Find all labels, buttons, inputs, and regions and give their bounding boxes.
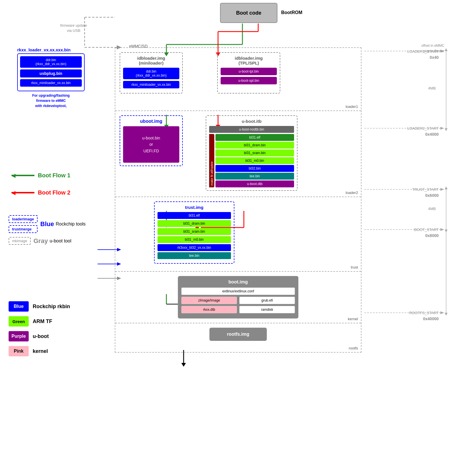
4mb-label-1: 4MB: [428, 86, 436, 90]
blue-desc: Rockchip tools: [56, 222, 85, 227]
legend-blue-box: Blue: [9, 301, 29, 312]
4mb-label-2: 4MB: [428, 207, 436, 211]
legend-purple-row: Purple u-boot: [9, 331, 70, 341]
tools-gray-row: mkimage Gray u-boot tool: [9, 237, 109, 245]
svg-marker-38: [445, 186, 448, 189]
legend-pink-row: Pink kernel: [9, 346, 70, 356]
rootfs-section: rootfs rootfs.img: [115, 323, 361, 352]
trust-bl31-dram: bl31_dram.bin: [158, 220, 231, 227]
itb-bl31-sram: bl31_sram.bin: [215, 149, 294, 156]
legend-purple-box: Purple: [9, 331, 29, 341]
rootfs-img-title: rootfs.img: [215, 332, 261, 337]
idb-miniloader-title: idbloader.img(miniloader): [123, 56, 179, 65]
firmware-update-label: firmware update via USB: [60, 23, 87, 33]
trust-bl32: rk3xxx_bl32_vx.xx.bin: [158, 244, 231, 251]
loader2-inner: uboot.img u-boot.bin or UEFI.FD u-boot.i…: [120, 115, 357, 191]
loader2-start-label: LOADER2_START: [407, 126, 439, 131]
trust-tee: tee.bin: [158, 252, 231, 259]
offset-0x8000: 0x8000: [425, 233, 439, 238]
loader1-section: loader1 idbloader.img(miniloader) ddr.bi…: [115, 48, 361, 111]
gray-tools-label-group: Gray u-boot tool: [34, 237, 71, 245]
bootrom-label: BootROM: [281, 10, 302, 15]
trust-start-label: TRUST_START: [412, 187, 439, 192]
trust-label: trust: [351, 265, 358, 269]
uboot-nodtb: u-boot-nodtb.bin: [209, 126, 294, 133]
itb-bl32: bl32.bin: [215, 165, 294, 172]
boot-img-box: boot.img extlinux/extlinux.conf zImage/I…: [178, 276, 298, 318]
offset-0x6000: 0x6000: [425, 193, 439, 198]
flow1-arrow: [11, 175, 34, 176]
legend-blue-row: Blue Rockchip rkbin: [9, 301, 70, 312]
legend-purple-text: u-boot: [33, 333, 49, 339]
itb-bl31-elf: bl31.elf: [215, 134, 294, 141]
loader-item-miniloader: rkxx_miniloader_vx.xx.bin: [20, 79, 82, 87]
uboot-spl-bin: u-boot-spl.bin: [221, 77, 277, 84]
loader1-start-label: LOADER1_START: [407, 49, 439, 54]
uboot-itb-inner: make fit atf/optee bl31.elf bl31_dram.bi…: [209, 134, 294, 187]
diagram-container: Boot code BootROM firmware update via US…: [0, 0, 453, 476]
tools-blue-row: loaderimage trustmerge Blue Rockchip too…: [9, 215, 109, 233]
blue-tools-label-group: Blue Rockchip tools: [40, 220, 86, 228]
flow2-arrow: [11, 192, 34, 193]
legend-green-text: ARM TF: [33, 318, 52, 325]
gray-desc: u-boot tool: [50, 238, 71, 244]
svg-marker-31: [440, 127, 444, 130]
trust-img-box: trust.img bl31.elf bl31_dram.bin bl31_sr…: [154, 201, 234, 264]
loader-item-usbplug: usbplug.bin: [20, 69, 82, 77]
rootfs-start-label: ROOTFS_START: [409, 311, 439, 315]
loader1-label: loader1: [346, 104, 358, 109]
boot-section: kernel boot.img extlinux/extlinux.conf z…: [115, 272, 361, 323]
boot-start-label: BOOT_START: [414, 228, 439, 232]
boot-code-box: Boot code: [220, 3, 277, 23]
loader-pkg-box: ddr.bin(rkxx_ddr_vx.xx.bin) usbplug.bin …: [17, 53, 85, 91]
legend-pink-text: kernel: [33, 348, 48, 354]
itb-uboot-dtb: u-boot.dtb: [215, 180, 294, 187]
boot-flow-2-label: Boot Flow 2: [38, 189, 70, 196]
svg-marker-41: [440, 228, 444, 231]
rootfs-img-box: rootfs.img: [209, 328, 267, 341]
uboot-itb-items: bl31.elf bl31_dram.bin bl31_sram.bin bl3…: [215, 134, 294, 187]
grub-efi-cell: grub.efi: [239, 297, 295, 304]
loader-pkg-title: rkxx_loader_vx.xx.xxx.bin: [17, 47, 85, 52]
legend-green-box: Green: [9, 316, 29, 327]
boot-flow-1: Boot Flow 1: [11, 172, 70, 179]
uboot-img-content: u-boot.bin or UEFI.FD: [123, 126, 179, 163]
idb-tpl-title: idbloader.img(TPL/SPL): [221, 56, 277, 65]
boot-extlinux-row: extlinux/extlinux.conf: [181, 287, 295, 295]
svg-marker-33: [440, 188, 444, 191]
loader-note: For upgrading/flashing firmware to eMMC …: [17, 93, 85, 108]
boot-row2: zImage/Image grub.efi: [181, 297, 295, 304]
svg-marker-45: [445, 313, 448, 316]
svg-marker-35: [445, 48, 448, 51]
uboot-img-title: uboot.img: [123, 119, 179, 124]
offset-0x4000: 0x4000: [425, 132, 439, 137]
legend-pink-box: Pink: [9, 346, 29, 356]
svg-marker-43: [440, 311, 444, 314]
uboot-itb-title: u-boot.itb: [209, 119, 294, 124]
uboot-img-box: uboot.img u-boot.bin or UEFI.FD: [120, 115, 183, 166]
svg-marker-39: [445, 230, 448, 232]
rkxx-dtb-cell: rkxx.dtb: [181, 306, 237, 313]
loader2-section: loader2 uboot.img u-boot.bin or UEFI.FD …: [115, 111, 361, 197]
boot-code-label: Boot code: [236, 10, 261, 16]
trustmerge-box: trustmerge: [9, 225, 38, 233]
blue-label: Blue: [40, 220, 54, 228]
itb-tee: tee.bin: [215, 173, 294, 180]
blue-tools-list: loaderimage trustmerge: [9, 215, 38, 233]
idb-miniloader-bin: rkxx_miniloader_vx.xx.bin: [123, 81, 179, 88]
idb-tpl-box: idbloader.img(TPL/SPL) u-boot-tpl.bin u-…: [217, 52, 280, 94]
boot-flow-1-label: Boot Flow 1: [38, 172, 70, 179]
uboot-tpl-bin: u-boot-tpl.bin: [221, 68, 277, 75]
emmc-area: loader1 idbloader.img(miniloader) ddr.bi…: [115, 47, 361, 353]
make-fit-label: make fit atf/optee: [209, 134, 214, 187]
extlinux-conf: extlinux/extlinux.conf: [181, 287, 295, 295]
loader2-label: loader2: [346, 191, 358, 195]
loader1-inner: idbloader.img(miniloader) ddr.bin(rkxx_d…: [120, 52, 357, 94]
svg-marker-36: [445, 128, 448, 131]
itb-bl31-dram: bl31_dram.bin: [215, 142, 294, 149]
loaderimage-box: loaderimage: [9, 215, 38, 223]
offset-0x40: 0x40: [430, 55, 439, 60]
legend-blue-text: Rockchip rkbin: [33, 304, 70, 310]
trust-bl31-m0: bl31_m0.bin: [158, 236, 231, 243]
legend-green-row: Green ARM TF: [9, 316, 70, 327]
